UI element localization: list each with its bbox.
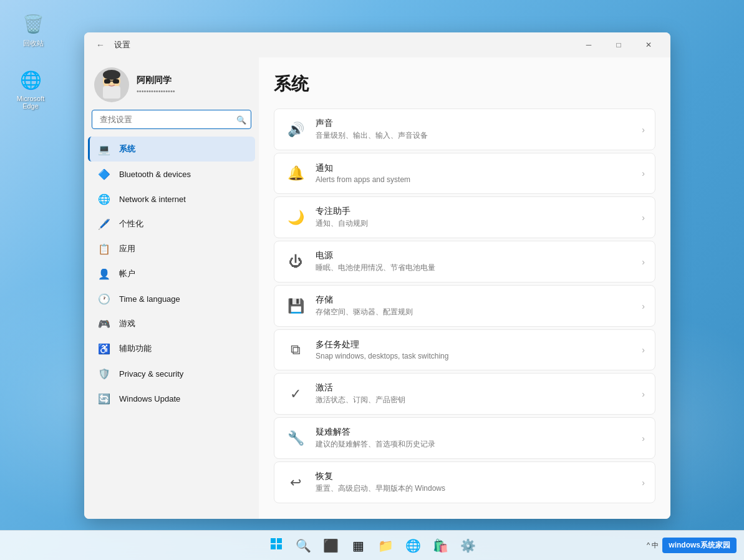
taskbar: 🔍⬛▦📁🌐🛍️⚙️ ^ 中 windows系统家园 (0, 530, 744, 560)
accessibility-icon: ♿ (98, 342, 110, 355)
storage-icon: 💾 (284, 295, 307, 317)
system-icon: 💻 (98, 143, 110, 155)
settings-item-storage[interactable]: 💾 存储 存储空间、驱动器、配置规则 › (274, 285, 655, 327)
taskbar-icon-search[interactable]: 🔍 (292, 534, 315, 557)
sidebar-item-label-time: Time & language (119, 294, 180, 304)
settings-item-activation[interactable]: ✓ 激活 激活状态、订阅、产品密钥 › (274, 373, 655, 415)
window-titlebar: ← 设置 ─ □ ✕ (84, 32, 670, 57)
troubleshoot-icon: 🔧 (284, 427, 307, 450)
desktop-icon-recycle-bin[interactable]: 🗑️ 回收站 (11, 11, 55, 48)
sidebar-item-windows-update[interactable]: 🔄 Windows Update (88, 386, 255, 411)
start-icon (270, 538, 283, 553)
user-profile[interactable]: 阿刚同学 •••••••••••••••• (84, 57, 259, 110)
back-button[interactable]: ← (92, 36, 109, 54)
user-email: •••••••••••••••• (137, 87, 175, 95)
notifications-title: 通知 (316, 163, 642, 174)
close-button[interactable]: ✕ (634, 35, 663, 55)
multitasking-chevron: › (642, 345, 645, 355)
recovery-title: 恢复 (316, 471, 642, 482)
nav-list: 💻 系统 🔷 Bluetooth & devices 🌐 Network & i… (84, 137, 259, 411)
taskbar-icon-taskview[interactable]: ⬛ (320, 534, 342, 557)
desktop-icon-edge[interactable]: 🌐 Microsoft Edge (9, 67, 52, 110)
accounts-icon: 👤 (98, 268, 110, 280)
sidebar-item-label-accessibility: 辅助功能 (119, 343, 152, 354)
sidebar-item-label-privacy: Privacy & security (119, 369, 183, 379)
edge-icon: 🌐 (18, 67, 43, 92)
taskbar-right: ^ 中 windows系统家园 (647, 538, 737, 553)
window-title: 设置 (114, 39, 130, 51)
notifications-icon: 🔔 (284, 162, 307, 185)
troubleshoot-title: 疑难解答 (316, 427, 642, 438)
settings-item-notifications[interactable]: 🔔 通知 Alerts from apps and system › (274, 153, 655, 194)
svg-rect-2 (103, 86, 120, 99)
storage-subtitle: 存储空间、驱动器、配置规则 (316, 307, 642, 317)
sidebar-item-label-gaming: 游戏 (119, 318, 135, 329)
sidebar-item-system[interactable]: 💻 系统 (88, 137, 255, 162)
taskbar-icon-settings-task[interactable]: ⚙️ (457, 534, 480, 557)
svg-rect-10 (277, 544, 282, 549)
sound-subtitle: 音量级别、输出、输入、声音设备 (316, 130, 642, 141)
taskbar-icon-widgets[interactable]: ▦ (347, 534, 370, 557)
activation-title: 激活 (316, 382, 642, 393)
focus-icon: 🌙 (284, 206, 307, 229)
recycle-bin-label: 回收站 (23, 39, 44, 48)
edge-label: Microsoft Edge (9, 95, 52, 110)
search-box: 🔍 (92, 110, 251, 129)
activation-chevron: › (642, 389, 645, 399)
user-name: 阿刚同学 (137, 75, 175, 86)
sidebar-item-label-windows-update: Windows Update (119, 394, 180, 403)
settings-item-troubleshoot[interactable]: 🔧 疑难解答 建议的疑难解答、首选项和历史记录 › (274, 417, 655, 459)
svg-point-3 (103, 70, 120, 80)
notifications-subtitle: Alerts from apps and system (316, 175, 642, 184)
focus-chevron: › (642, 213, 645, 223)
recovery-subtitle: 重置、高级启动、早期版本的 Windows (316, 483, 642, 494)
settings-item-multitasking[interactable]: ⧉ 多任务处理 Snap windows, desktops, task swi… (274, 329, 655, 370)
storage-chevron: › (642, 301, 645, 311)
sidebar-item-accounts[interactable]: 👤 帐户 (88, 261, 255, 286)
recovery-icon: ↩ (284, 471, 307, 494)
storage-title: 存储 (316, 294, 642, 306)
taskbar-brand: windows系统家园 (662, 538, 737, 553)
sidebar-item-network[interactable]: 🌐 Network & internet (88, 186, 255, 211)
settings-list: 🔊 声音 音量级别、输出、输入、声音设备 › 🔔 通知 Alerts from … (274, 109, 655, 503)
sidebar-item-label-apps: 应用 (119, 243, 135, 254)
sidebar-item-bluetooth[interactable]: 🔷 Bluetooth & devices (88, 162, 255, 186)
multitasking-title: 多任务处理 (316, 339, 642, 350)
taskbar-icon-edge-task[interactable]: 🌐 (402, 534, 425, 557)
sound-icon: 🔊 (284, 118, 307, 141)
window-body: 阿刚同学 •••••••••••••••• 🔍 💻 系统 🔷 Bluetooth… (84, 57, 670, 519)
recovery-chevron: › (642, 478, 645, 488)
sidebar-item-label-network: Network & internet (119, 195, 186, 204)
sidebar-item-personalization[interactable]: 🖊️ 个性化 (88, 211, 255, 236)
sidebar-item-privacy[interactable]: 🛡️ Privacy & security (88, 361, 255, 386)
multitasking-subtitle: Snap windows, desktops, task switching (316, 352, 642, 360)
troubleshoot-subtitle: 建议的疑难解答、首选项和历史记录 (316, 439, 642, 450)
maximize-button[interactable]: □ (604, 35, 633, 55)
settings-item-recovery[interactable]: ↩ 恢复 重置、高级启动、早期版本的 Windows › (274, 461, 655, 503)
power-icon: ⏻ (284, 251, 307, 273)
focus-title: 专注助手 (316, 206, 642, 217)
search-input[interactable] (92, 110, 251, 129)
troubleshoot-chevron: › (642, 433, 645, 443)
settings-item-focus[interactable]: 🌙 专注助手 通知、自动规则 › (274, 196, 655, 238)
taskview-icon: ⬛ (323, 538, 339, 553)
sidebar-item-gaming[interactable]: 🎮 游戏 (88, 311, 255, 336)
minimize-button[interactable]: ─ (574, 35, 603, 55)
settings-task-icon: ⚙️ (460, 538, 476, 553)
settings-item-power[interactable]: ⏻ 电源 睡眠、电池使用情况、节省电池电量 › (274, 241, 655, 282)
focus-subtitle: 通知、自动规则 (316, 218, 642, 229)
taskbar-icon-store[interactable]: 🛍️ (430, 534, 452, 557)
sidebar-item-time[interactable]: 🕐 Time & language (88, 286, 255, 311)
svg-rect-4 (104, 79, 110, 84)
taskbar-icon-explorer[interactable]: 📁 (375, 534, 397, 557)
taskbar-time: ^ 中 (647, 541, 659, 550)
activation-icon: ✓ (284, 383, 307, 405)
personalization-icon: 🖊️ (98, 218, 110, 230)
sidebar-item-apps[interactable]: 📋 应用 (88, 236, 255, 261)
sidebar-item-accessibility[interactable]: ♿ 辅助功能 (88, 336, 255, 361)
window-controls: ─ □ ✕ (574, 35, 663, 55)
taskbar-icon-start[interactable] (265, 534, 287, 557)
search-icon: 🔍 (236, 115, 246, 124)
widgets-icon: ▦ (352, 538, 364, 553)
settings-item-sound[interactable]: 🔊 声音 音量级别、输出、输入、声音设备 › (274, 109, 655, 150)
